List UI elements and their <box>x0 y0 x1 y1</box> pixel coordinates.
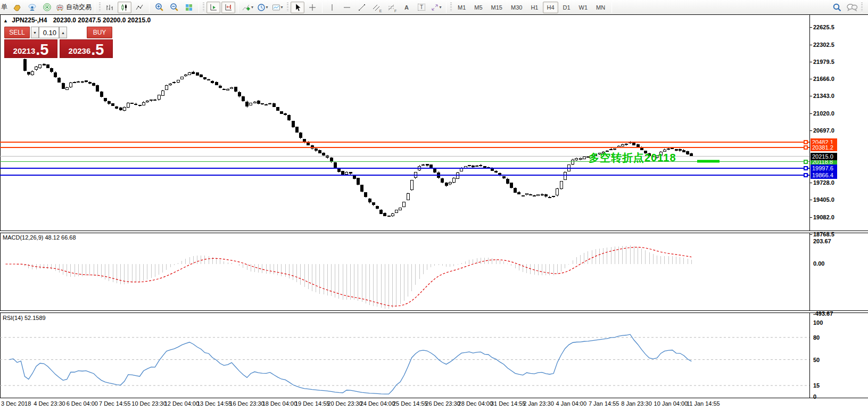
zoom-in-icon[interactable] <box>152 2 166 13</box>
chart-symbol-timeframe: JPN225-,H4 <box>12 17 47 24</box>
toolbar-grip[interactable] <box>287 3 288 12</box>
macd-canvas[interactable] <box>0 233 809 310</box>
timeframe-m5-button[interactable]: M5 <box>470 2 486 13</box>
timeframe-m1-button[interactable]: M1 <box>454 2 469 13</box>
text-tool-icon[interactable]: A <box>400 2 414 13</box>
trendline-tool-icon[interactable] <box>355 2 369 13</box>
price-chart-canvas[interactable] <box>0 15 809 231</box>
hline-marker[interactable] <box>804 173 808 177</box>
horizontal-lines-layer[interactable] <box>0 142 809 175</box>
new-order-button[interactable]: 单 <box>1 3 7 12</box>
timeframe-mn-button[interactable]: MN <box>592 2 609 13</box>
fibo-letter: F <box>394 9 396 13</box>
chat-icon[interactable] <box>845 2 859 13</box>
time-axis-line[interactable] <box>0 398 868 398</box>
chat-glyph <box>846 3 858 12</box>
crosshair-icon[interactable] <box>305 2 319 13</box>
tile-windows-glyph <box>185 3 193 12</box>
bar-chart-icon[interactable] <box>103 2 117 13</box>
dropdown-caret[interactable]: ▾ <box>251 5 253 10</box>
rsi-axis-label: 50 <box>813 357 820 363</box>
separator <box>149 2 150 13</box>
price-axis-line[interactable] <box>809 15 810 398</box>
buy-price-box[interactable]: 20236 .5 <box>60 39 113 58</box>
auto-scroll-icon[interactable] <box>206 2 220 13</box>
volume-increase-button[interactable]: ▲ <box>59 27 67 38</box>
toolbar-grip[interactable] <box>450 3 452 12</box>
pane-separator-rsi[interactable] <box>0 310 868 313</box>
sell-price-box[interactable]: 20213 .5 <box>4 39 57 58</box>
arrows-tool-icon[interactable]: ▾ <box>429 2 443 13</box>
autotrade-button[interactable]: 自动交易 <box>55 2 92 13</box>
timeframe-h1-button[interactable]: H1 <box>527 2 542 13</box>
price-axis-tick <box>809 45 812 45</box>
radio-signal-icon[interactable] <box>40 2 54 13</box>
cursor-glyph <box>293 3 302 12</box>
buy-price-pip: .5 <box>91 44 104 56</box>
sell-button[interactable]: SELL <box>4 27 30 38</box>
separator <box>95 2 95 13</box>
indicators-icon[interactable]: ▾ <box>241 2 255 13</box>
dropdown-caret[interactable]: ▾ <box>281 5 283 10</box>
vertical-line-tool-icon[interactable] <box>325 2 339 13</box>
toolbar-grip[interactable] <box>861 3 863 12</box>
time-axis-label: 2 Jan 23:30 <box>523 400 554 407</box>
zoom-out-icon[interactable] <box>167 2 181 13</box>
channel-letter: E <box>379 9 382 13</box>
hline-marker[interactable] <box>804 140 808 144</box>
buy-price-main: 20236 <box>69 47 91 55</box>
toolbar: 单 自动交易 ▾ <box>0 0 868 14</box>
price-axis-label: 19728.0 <box>813 179 834 186</box>
time-axis-label: 24 Dec 04:00 <box>360 400 395 407</box>
price-axis-tick <box>809 183 812 183</box>
buy-button[interactable]: BUY <box>87 27 112 38</box>
equidistant-channel-tool-icon[interactable]: E <box>370 2 384 13</box>
time-axis-label: 31 Dec 14:55 <box>491 400 525 407</box>
volume-decrease-button[interactable]: ▼ <box>31 27 39 38</box>
pane-separator-macd[interactable] <box>0 231 868 233</box>
chart-ohlc-values: 20230.0 20247.5 20200.0 20215.0 <box>53 17 151 24</box>
hline-marker[interactable] <box>804 145 808 150</box>
sell-price-pip: .5 <box>36 44 48 56</box>
hline-marker[interactable] <box>804 166 808 170</box>
tile-windows-icon[interactable] <box>182 2 196 13</box>
dropdown-caret[interactable]: ▾ <box>266 5 268 10</box>
highlight-segment[interactable] <box>697 160 720 162</box>
timeframe-h4-button[interactable]: H4 <box>543 2 558 13</box>
hline-marker[interactable] <box>804 160 808 164</box>
hline-glyph <box>343 3 351 12</box>
timeframe-m30-button[interactable]: M30 <box>507 2 526 13</box>
timeframe-w1-button[interactable]: W1 <box>575 2 592 13</box>
timeframe-m15-button[interactable]: M15 <box>487 2 506 13</box>
price-axis-tick <box>809 200 812 200</box>
template-icon[interactable]: ▾ <box>271 2 285 13</box>
line-chart-icon[interactable] <box>133 2 146 13</box>
time-axis-label: 4 Jan 04:00 <box>556 400 587 407</box>
chart-shift-icon[interactable] <box>221 2 235 13</box>
search-icon[interactable] <box>830 2 844 13</box>
periods-clock-icon[interactable]: ▾ <box>256 2 270 13</box>
text-label-tool-icon[interactable]: T <box>415 2 428 13</box>
horizontal-line-tool-icon[interactable] <box>340 2 354 13</box>
sell-price-main: 20213 <box>13 47 36 55</box>
price-axis-label: 21020.0 <box>813 110 834 117</box>
arrows-glyph <box>431 3 439 12</box>
gold-nugget-icon[interactable] <box>10 2 24 13</box>
rsi-canvas[interactable] <box>0 313 809 397</box>
time-axis-label: 4 Dec 23:30 <box>34 400 65 407</box>
fibonacci-tool-icon[interactable]: F <box>385 2 399 13</box>
person-cloud-icon[interactable] <box>25 2 39 13</box>
candlestick-chart-icon[interactable] <box>118 2 131 13</box>
macd-signal-line <box>6 247 692 306</box>
toolbar-grip[interactable] <box>203 3 204 12</box>
cursor-icon[interactable] <box>291 2 304 13</box>
separator <box>199 2 199 13</box>
macd-axis-label: 0.00 <box>813 260 824 267</box>
panel-collapse-arrow[interactable]: ▲ <box>3 18 8 23</box>
vline-glyph <box>328 3 336 12</box>
dropdown-caret[interactable]: ▾ <box>440 5 442 10</box>
indicators-glyph <box>242 3 251 12</box>
timeframe-d1-button[interactable]: D1 <box>559 2 574 13</box>
toolbar-grip[interactable] <box>99 3 101 12</box>
volume-input[interactable] <box>39 27 59 38</box>
